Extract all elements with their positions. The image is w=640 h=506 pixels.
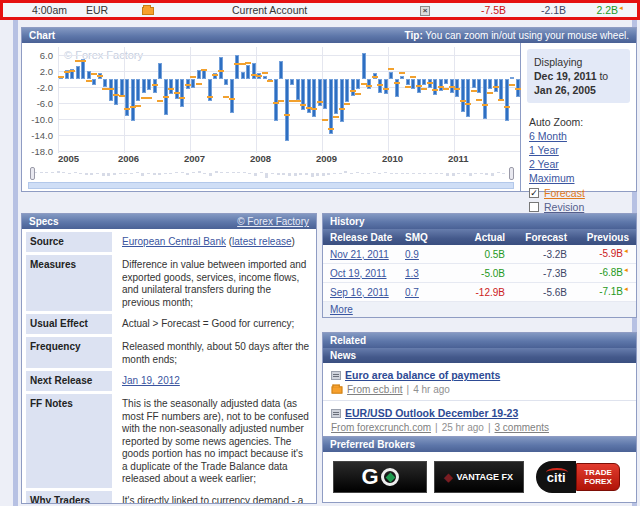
news-source-link[interactable]: From forexcrunch.com <box>331 422 431 433</box>
more-link[interactable]: More <box>330 304 353 315</box>
x-axis-year-label: 2007 <box>184 153 205 164</box>
broker-logo-citi-tradeforex[interactable]: citiTRADEFOREX <box>530 461 626 493</box>
overview-bar <box>119 173 122 174</box>
overview-slider-handle-right[interactable] <box>509 167 514 180</box>
overview-bar <box>147 173 150 174</box>
data-bar <box>153 79 157 93</box>
forecast-tick <box>284 114 290 116</box>
source-link[interactable]: European Central Bank <box>122 236 226 247</box>
revision-checkbox[interactable] <box>529 202 539 212</box>
forecast-tick <box>58 76 64 78</box>
comments-link[interactable]: 3 comments <box>495 422 549 433</box>
broker-logo-vantage-fx[interactable]: ◆VANTAGE FX <box>434 461 524 493</box>
overview-bar <box>243 172 246 173</box>
event-currency: EUR <box>62 4 114 16</box>
close-detail-icon[interactable]: × <box>420 6 430 16</box>
forex-factory-copyright-link[interactable]: © Forex Factory <box>237 216 309 227</box>
data-bar <box>224 79 228 85</box>
forecast-checkbox[interactable]: ✓ <box>529 188 539 198</box>
data-bar <box>312 79 316 117</box>
data-bar <box>477 79 481 93</box>
smq-link[interactable]: 0.7 <box>405 287 419 298</box>
auto-zoom-link[interactable]: Maximum <box>529 171 636 185</box>
overview-bar <box>474 173 477 174</box>
data-bar <box>136 79 140 101</box>
overview-bar <box>254 173 257 176</box>
release-date-link[interactable]: Oct 19, 2011 <box>330 268 387 279</box>
overview-bar <box>435 173 438 174</box>
event-actual: -7.5B <box>444 4 506 16</box>
overview-bar <box>181 172 184 173</box>
forecast-tick <box>256 75 262 77</box>
auto-zoom-link[interactable]: 2 Year <box>529 157 636 171</box>
data-bar <box>351 79 355 96</box>
auto-zoom-block: Auto Zoom: 6 Month1 Year2 YearMaximum <box>521 107 636 185</box>
page-left-border <box>13 20 18 506</box>
overview-bar <box>282 173 285 175</box>
overview-bar <box>265 173 268 178</box>
data-bar <box>114 79 118 105</box>
overview-bar <box>45 172 48 173</box>
x-axis-year-label: 2011 <box>448 153 469 164</box>
news-title-link[interactable]: Euro area balance of payments <box>345 369 500 381</box>
overview-slider-handle-left[interactable] <box>30 167 35 180</box>
next-release-link[interactable]: Jan 19, 2012 <box>122 375 180 386</box>
auto-zoom-link[interactable]: 6 Month <box>529 129 636 143</box>
overview-bar <box>130 173 133 174</box>
data-bar <box>444 79 448 84</box>
event-forecast: -2.1B <box>506 4 566 16</box>
forecast-toggle[interactable]: ✓ Forecast <box>521 185 636 199</box>
overview-bar <box>68 173 71 174</box>
overview-bar <box>40 172 43 173</box>
data-bar <box>169 79 173 94</box>
overview-bar <box>136 172 139 173</box>
overview-bar <box>232 172 235 173</box>
specs-panel: Specs © Forex Factory Source European Ce… <box>21 213 317 504</box>
forecast-tick <box>108 88 114 90</box>
data-bar <box>345 79 349 102</box>
news-title-link[interactable]: EUR/USD Outlook December 19-23 <box>345 407 518 419</box>
forecast-tick <box>454 88 460 90</box>
y-axis-labels: 6.02.0-2.0-6.0-10.0-14.0-18.0 <box>22 47 56 153</box>
actual-value: -5.0B <box>449 268 505 279</box>
chart-plot-area[interactable]: 6.02.0-2.0-6.0-10.0-14.0-18.0 © Forex Fa… <box>22 43 520 191</box>
year-gridline <box>190 47 191 153</box>
forecast-tick <box>372 76 378 78</box>
broker-logo-go-markets[interactable]: G <box>333 461 427 493</box>
data-bar <box>323 79 327 109</box>
release-date-link[interactable]: Nov 21, 2011 <box>330 249 389 260</box>
x-axis-labels: 2005200620072008200920102011 <box>58 153 520 164</box>
data-bar <box>103 79 107 87</box>
release-date-link[interactable]: Sep 16, 2011 <box>330 287 389 298</box>
auto-zoom-link[interactable]: 1 Year <box>529 143 636 157</box>
data-bar <box>263 76 267 79</box>
range-start: Dec 19, 2011 <box>534 70 596 82</box>
forecast-tick <box>295 100 301 102</box>
y-axis-tick-label: -6.0 <box>37 98 53 109</box>
smq-link[interactable]: 1.3 <box>405 268 419 279</box>
data-bar <box>241 72 245 79</box>
data-bar <box>362 53 366 79</box>
spec-row-why-traders-care: Why Traders Care It's directly linked to… <box>26 491 312 505</box>
chart-overview-strip[interactable] <box>30 167 514 180</box>
chart-horizontal-scrollbar[interactable] <box>28 182 514 189</box>
spec-row-measures: Measures Difference in value between imp… <box>26 255 312 311</box>
revision-checkbox-label[interactable]: Revision <box>544 201 584 213</box>
revision-marker-icon: ◄ <box>618 4 624 10</box>
data-bar <box>235 55 239 79</box>
previous-value: -6.8B◄ <box>567 267 629 278</box>
forecast-tick <box>135 105 141 107</box>
data-bar <box>472 79 476 88</box>
chart-sidebar: Displaying Dec 19, 2011 to Jan 26, 2005 … <box>520 43 636 191</box>
bar-chart[interactable]: © Forex Factory <box>58 47 520 153</box>
smq-link[interactable]: 0.9 <box>405 249 419 260</box>
forecast-checkbox-label[interactable]: Forecast <box>544 187 585 199</box>
calendar-event-row[interactable]: 4:00am EUR Current Account × -7.5B -2.1B… <box>0 0 640 20</box>
forecast-tick <box>262 72 268 74</box>
latest-release-link[interactable]: latest release <box>232 236 291 247</box>
forecast-tick <box>196 83 202 85</box>
news-source-link[interactable]: From ecb.int <box>347 384 403 395</box>
revision-toggle[interactable]: Revision <box>521 199 636 213</box>
chart-tip: Tip: You can zoom in/out using your mous… <box>405 30 629 41</box>
overview-bar <box>395 173 398 174</box>
